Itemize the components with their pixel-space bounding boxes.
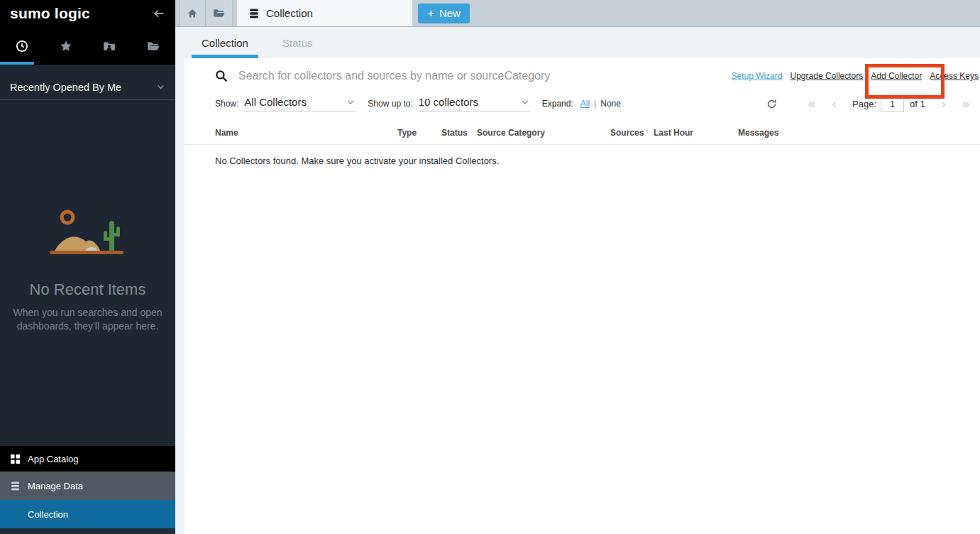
new-button-label: New [439, 7, 461, 19]
column-type: Type [397, 128, 441, 138]
search-row: Setup Wizard Upgrade Collectors Add Coll… [185, 58, 980, 91]
home-icon [187, 8, 198, 19]
expand-none-link[interactable]: None [600, 99, 621, 109]
nav-library-tab[interactable] [131, 27, 175, 65]
sidebar-bottom-strip [0, 528, 175, 534]
tab-status-label: Status [282, 37, 313, 49]
filter-row: Show: All Collectors Show up to: 10 coll… [185, 91, 980, 121]
column-name: Name [215, 128, 397, 138]
first-page-icon[interactable]: « [808, 97, 816, 111]
sidebar-item-manage-data[interactable]: Manage Data [0, 472, 175, 500]
app-window: sumo logic [0, 0, 980, 534]
sidebar: sumo logic [0, 0, 175, 534]
app-catalog-label: App Catalog [28, 454, 79, 464]
tab-collection[interactable]: Collection [192, 27, 258, 58]
previous-page-icon[interactable]: ‹ [831, 97, 837, 111]
show-up-to-dropdown[interactable]: 10 collectors [419, 96, 530, 111]
add-collector-link[interactable]: Add Collector [871, 71, 922, 81]
home-button[interactable] [179, 0, 206, 26]
access-keys-link[interactable]: Access Keys [930, 71, 979, 81]
clock-icon [16, 40, 28, 53]
search-input[interactable] [238, 70, 636, 82]
chevron-down-icon [346, 97, 356, 107]
new-button[interactable]: + New [418, 4, 470, 23]
sidebar-header: sumo logic [0, 0, 175, 27]
collection-panel: Setup Wizard Upgrade Collectors Add Coll… [185, 58, 980, 534]
database-icon [10, 481, 21, 491]
library-button[interactable] [206, 0, 233, 26]
show-up-to-label: Show up to: [368, 99, 412, 109]
folder-user-icon [103, 40, 116, 53]
expand-all-link[interactable]: All [580, 99, 590, 109]
collection-window-tab[interactable]: Collection [237, 0, 412, 26]
manage-data-label: Manage Data [28, 481, 83, 491]
sidebar-nav-icons [0, 27, 175, 65]
column-sources: Sources [610, 128, 654, 138]
column-source-category: Source Category [477, 128, 610, 138]
sidebar-item-collection[interactable]: Collection [0, 500, 175, 528]
nav-recents-tab[interactable] [0, 27, 44, 65]
expand-label: Expand: [542, 99, 573, 109]
recently-opened-label: Recently Opened By Me [10, 82, 121, 93]
sidebar-empty-state: No Recent Items When you run searches an… [0, 100, 175, 446]
collapse-sidebar-icon[interactable] [153, 7, 165, 20]
tab-status[interactable]: Status [272, 27, 323, 58]
sumo-logic-logo: sumo logic [10, 5, 90, 22]
chevron-down-icon [520, 97, 530, 107]
desert-illustration [48, 208, 128, 259]
open-folder-icon [147, 40, 160, 53]
search-icon [215, 70, 228, 82]
folder-icon [213, 7, 225, 19]
show-collectors-value: All Collectors [244, 96, 307, 108]
grid-icon [10, 454, 21, 464]
nav-favorites-tab[interactable] [44, 27, 88, 65]
refresh-icon[interactable] [766, 99, 777, 109]
expand-separator: | [594, 99, 596, 109]
page-label: Page: [852, 99, 876, 109]
top-tab-strip: Collection + New [175, 0, 980, 27]
last-page-icon[interactable]: » [962, 97, 970, 111]
no-recent-items-title: No Recent Items [30, 280, 146, 299]
upgrade-collectors-link[interactable]: Upgrade Collectors [791, 71, 864, 81]
page-number-input[interactable] [881, 95, 904, 112]
collectors-table-header: Name Type Status Source Category Sources… [185, 121, 980, 145]
database-icon [248, 8, 260, 19]
setup-wizard-link[interactable]: Setup Wizard [732, 71, 783, 81]
tab-collection-label: Collection [202, 37, 248, 49]
page-of-label: of 1 [910, 99, 925, 109]
no-recent-items-description: When you run searches and open dashboard… [13, 306, 163, 333]
chevron-down-icon [156, 82, 165, 92]
show-up-to-value: 10 collectors [419, 96, 478, 108]
show-label: Show: [215, 99, 238, 109]
collection-tab-label: Collection [266, 7, 313, 19]
column-messages: Messages [738, 128, 980, 138]
show-collectors-dropdown[interactable]: All Collectors [244, 96, 356, 111]
sidebar-bottom-menu: App Catalog Manage Data Collection [0, 446, 175, 534]
sidebar-item-app-catalog[interactable]: App Catalog [0, 446, 175, 472]
subnav: Collection Status [175, 27, 980, 58]
next-page-icon[interactable]: › [941, 97, 947, 111]
main-area: Collection + New Collection Status [175, 0, 980, 534]
recently-opened-dropdown[interactable]: Recently Opened By Me [0, 75, 175, 100]
plus-icon: + [427, 7, 434, 19]
column-status: Status [441, 128, 477, 138]
no-collectors-message: No Collectors found. Make sure you activ… [185, 145, 980, 166]
nav-shared-content-tab[interactable] [88, 27, 132, 65]
collection-label: Collection [28, 509, 68, 520]
column-last-hour: Last Hour [654, 128, 738, 138]
star-icon [60, 40, 72, 53]
pagination: « ‹ Page: of 1 › » [766, 95, 970, 112]
toolbar-links: Setup Wizard Upgrade Collectors Add Coll… [732, 71, 980, 81]
